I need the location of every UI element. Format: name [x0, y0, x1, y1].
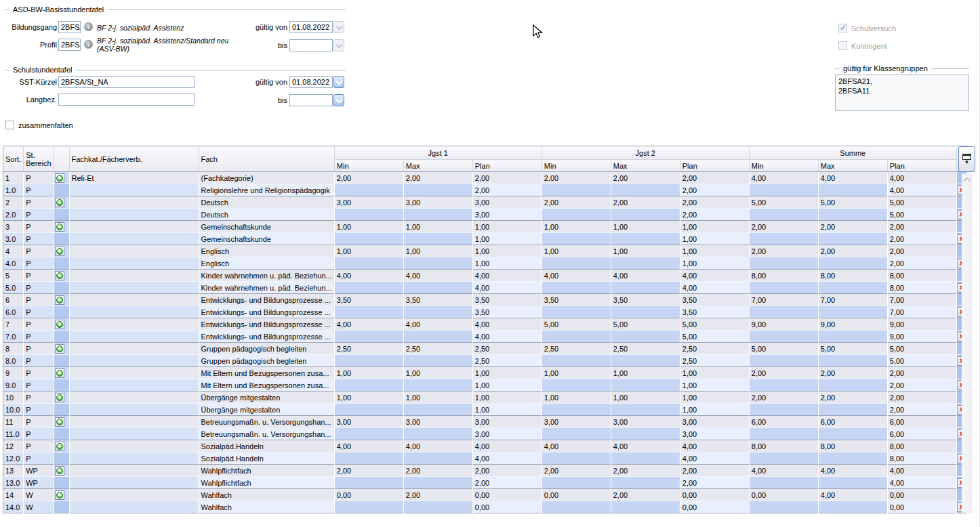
- cell-j1-min[interactable]: [334, 404, 403, 416]
- cell-sum-max[interactable]: 9,00: [818, 318, 887, 331]
- cell-sort[interactable]: 1.0: [3, 184, 24, 196]
- cell-fach[interactable]: (Fachkategorie): [199, 172, 334, 184]
- cell-bereich[interactable]: P: [24, 294, 54, 306]
- cell-sum-min[interactable]: 4,00: [749, 172, 818, 184]
- cell-j2-max[interactable]: 2,00: [611, 172, 680, 184]
- cell-bereich[interactable]: W: [24, 489, 54, 501]
- cell-sum-plan[interactable]: 8,00: [887, 452, 956, 465]
- cell-sum-plan[interactable]: 2,00: [887, 245, 956, 257]
- cell-fach[interactable]: Betreuungsmaßn. u. Versorgungshan...: [199, 416, 334, 428]
- cell-fachkat[interactable]: [69, 404, 199, 416]
- cell-j1-plan[interactable]: 4,00: [472, 452, 542, 465]
- cell-j2-plan[interactable]: 4,00: [680, 270, 749, 282]
- header-sum-min[interactable]: Min: [749, 160, 818, 172]
- expand-plus-icon[interactable]: [55, 295, 64, 305]
- cell-sort[interactable]: 9.0: [3, 379, 24, 392]
- cell-fachkat[interactable]: [69, 379, 199, 392]
- cell-j1-plan[interactable]: 4,00: [472, 331, 542, 343]
- cell-j2-min[interactable]: 3,00: [542, 416, 611, 428]
- cell-fachkat[interactable]: [69, 221, 199, 233]
- cell-j2-plan[interactable]: 2,00: [680, 209, 749, 221]
- cell-j2-plan[interactable]: 3,50: [680, 294, 749, 306]
- cell-sum-plan[interactable]: 6,00: [887, 416, 956, 428]
- cell-j1-max[interactable]: [403, 233, 472, 245]
- cell-sort[interactable]: 7: [3, 318, 24, 331]
- cell-sum-min[interactable]: 2,00: [749, 392, 818, 404]
- cell-sum-max[interactable]: [818, 379, 887, 392]
- cell-sum-min[interactable]: 8,00: [749, 270, 818, 282]
- cell-bereich[interactable]: P: [24, 196, 54, 209]
- cell-j1-max[interactable]: 2,00: [403, 465, 472, 477]
- cell-j2-plan[interactable]: 1,00: [680, 221, 749, 233]
- cell-j1-max[interactable]: [403, 306, 472, 318]
- cell-j1-plan[interactable]: 4,00: [472, 270, 542, 282]
- cell-bereich[interactable]: P: [24, 172, 54, 184]
- cell-j2-max[interactable]: [611, 379, 680, 392]
- cell-fachkat[interactable]: [69, 489, 199, 501]
- cell-bereich[interactable]: P: [24, 270, 54, 282]
- cell-sort[interactable]: 10.0: [3, 404, 24, 416]
- cell-sum-plan[interactable]: 0,00: [887, 489, 956, 501]
- cell-fach[interactable]: Sozialpäd.Handeln: [199, 452, 334, 465]
- cell-j1-max[interactable]: [403, 428, 472, 440]
- cell-j2-max[interactable]: [611, 233, 680, 245]
- cell-j2-max[interactable]: 2,00: [611, 196, 680, 209]
- cell-j2-plan[interactable]: 2,00: [680, 184, 749, 196]
- cell-sum-min[interactable]: 8,00: [749, 440, 818, 452]
- cell-j2-min[interactable]: 1,00: [542, 392, 611, 404]
- kontingent-checkbox[interactable]: [838, 41, 847, 50]
- cell-j1-plan[interactable]: 4,00: [472, 318, 542, 331]
- cell-sum-max[interactable]: 2,00: [818, 221, 887, 233]
- cell-fach[interactable]: Mit Eltern und Bezugspersonen zusa...: [199, 379, 334, 392]
- basis-gueltig-von-value[interactable]: 01.08.2022: [289, 21, 333, 33]
- cell-j1-max[interactable]: [403, 452, 472, 465]
- cell-j1-min[interactable]: [334, 452, 403, 465]
- cell-sum-plan[interactable]: 4,00: [887, 465, 956, 477]
- cell-sort[interactable]: 6: [3, 294, 24, 306]
- cell-j2-plan[interactable]: 2,00: [680, 465, 749, 477]
- cell-sort[interactable]: 8: [3, 343, 24, 355]
- expand-plus-icon[interactable]: [55, 320, 64, 329]
- cell-bereich[interactable]: P: [24, 245, 54, 257]
- cell-sum-plan[interactable]: 6,00: [887, 428, 956, 440]
- cell-sort[interactable]: 8.0: [3, 355, 24, 367]
- header-j2-min[interactable]: Min: [542, 160, 611, 172]
- cell-sum-max[interactable]: [818, 233, 887, 245]
- cell-fach[interactable]: Wahlpflichtfach: [199, 477, 334, 489]
- cell-sum-max[interactable]: [818, 184, 887, 196]
- cell-j2-max[interactable]: 4,00: [611, 270, 680, 282]
- cell-sum-plan[interactable]: 5,00: [887, 209, 956, 221]
- cell-j2-max[interactable]: [611, 477, 680, 489]
- cell-sum-plan[interactable]: 2,00: [887, 379, 956, 392]
- cell-j1-max[interactable]: [403, 282, 472, 294]
- cell-fachkat[interactable]: [69, 440, 199, 452]
- cell-fachkat[interactable]: [69, 245, 199, 257]
- cell-j2-min[interactable]: 4,00: [542, 440, 611, 452]
- cell-sort[interactable]: 13.0: [3, 477, 24, 489]
- column-config-button[interactable]: ▼: [958, 146, 975, 172]
- cell-j1-plan[interactable]: 2,50: [472, 355, 542, 367]
- cell-fach[interactable]: Englisch: [199, 257, 334, 270]
- cell-sort[interactable]: 4.0: [3, 257, 24, 270]
- cell-sort[interactable]: 6.0: [3, 306, 24, 318]
- cell-fach[interactable]: Entwicklungs- und Bildungsprozesse ...: [199, 306, 334, 318]
- cell-j2-min[interactable]: [542, 233, 611, 245]
- cell-fachkat[interactable]: [69, 477, 199, 489]
- cell-sum-plan[interactable]: 9,00: [887, 331, 956, 343]
- cell-bereich[interactable]: P: [24, 184, 54, 196]
- cell-fach[interactable]: Übergänge mitgestalten: [199, 404, 334, 416]
- cell-fachkat[interactable]: [69, 452, 199, 465]
- cell-j1-max[interactable]: [403, 501, 472, 513]
- cell-j1-max[interactable]: [403, 379, 472, 392]
- cell-sort[interactable]: 2: [3, 196, 24, 209]
- cell-fach[interactable]: Übergänge mitgestalten: [199, 392, 334, 404]
- cell-j2-plan[interactable]: 0,00: [680, 501, 749, 513]
- cell-sum-max[interactable]: [818, 452, 887, 465]
- cell-sum-max[interactable]: [818, 355, 887, 367]
- cell-fach[interactable]: Sozialpäd.Handeln: [199, 440, 334, 452]
- cell-fach[interactable]: Wahlfach: [199, 501, 334, 513]
- header-j1-min[interactable]: Min: [334, 160, 403, 172]
- cell-j1-max[interactable]: [403, 257, 472, 270]
- cell-fachkat[interactable]: [69, 209, 199, 221]
- cell-j1-max[interactable]: 4,00: [403, 440, 472, 452]
